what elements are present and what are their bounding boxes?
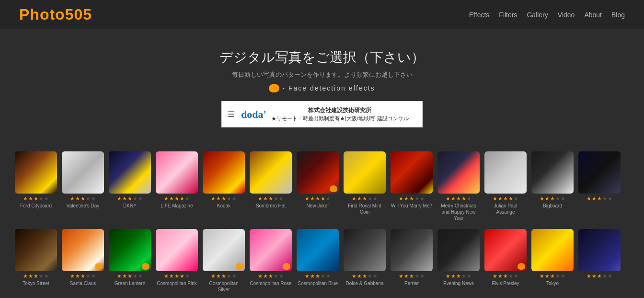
list-item[interactable]: ★★★★★Evening News — [437, 229, 480, 293]
list-item[interactable]: ★★★★★Kodak — [202, 151, 245, 221]
rating-stars: ★★★★★ — [446, 195, 472, 202]
list-item[interactable]: ★★★★★Santa Claus — [61, 229, 104, 293]
list-item[interactable]: ★★★★★New Joker — [296, 151, 339, 221]
logo-number: 505 — [65, 6, 92, 23]
nav-effects[interactable]: Effects — [469, 11, 490, 19]
gallery-item-label: Kodak — [217, 203, 230, 209]
rating-stars: ★★★★★ — [211, 195, 237, 202]
pumpkin-overlay-icon — [330, 185, 337, 192]
list-item[interactable]: ★★★★★Ford Cityboard — [14, 151, 58, 221]
nav-blog[interactable]: Blog — [611, 11, 625, 19]
gallery-item-label: Evening News — [443, 280, 474, 287]
list-item[interactable]: ★★★★★ — [578, 229, 621, 293]
list-item[interactable]: ★★★★★First Royal Mint Coin — [343, 151, 386, 221]
gallery-thumb — [156, 151, 198, 194]
star-icon: ★ — [446, 195, 450, 202]
star-icon: ★ — [133, 195, 138, 202]
list-item[interactable]: ★★★★★Cosmopolitan Blue — [296, 229, 339, 293]
gallery-thumb — [484, 229, 527, 271]
rating-stars: ★★★★★ — [493, 195, 518, 202]
nav-about[interactable]: About — [584, 11, 602, 19]
star-icon: ★ — [555, 195, 560, 202]
star-icon: ★ — [75, 195, 80, 202]
star-icon: ★ — [263, 273, 268, 279]
rating-stars: ★★★★★ — [117, 273, 143, 279]
star-icon: ★ — [39, 195, 44, 202]
hero-subtitle: 毎日新しい写真のパターンを作ります。より頻繁にお越し下さい — [10, 70, 634, 79]
list-item[interactable]: ★★★★★Tokyo — [531, 229, 574, 293]
gallery-thumb — [15, 229, 57, 271]
star-icon: ★ — [34, 195, 38, 202]
star-icon: ★ — [451, 195, 456, 202]
star-icon: ★ — [420, 195, 425, 202]
gallery-item-label: DKNY — [123, 203, 137, 209]
rating-stars: ★★★★★ — [399, 273, 425, 279]
star-icon: ★ — [602, 195, 607, 202]
ad-banner[interactable]: ☰ doda' 株式会社建設技術研究所 ★リモート：時差出勤制度有★[大阪/地域… — [221, 101, 423, 127]
gallery-thumb — [203, 151, 245, 194]
nav-video[interactable]: Video — [558, 11, 575, 19]
gallery-thumb — [62, 151, 104, 194]
list-item[interactable]: ★★★★★Julian Paul Assange — [484, 151, 527, 221]
list-item[interactable]: ★★★★★Sombrero Hat — [249, 151, 292, 221]
star-icon: ★ — [44, 195, 49, 202]
nav-filters[interactable]: Filters — [499, 11, 517, 19]
gallery-thumb — [391, 229, 433, 271]
nav-gallery[interactable]: Gallery — [527, 11, 548, 19]
star-icon: ★ — [185, 273, 190, 279]
list-item[interactable]: ★★★★★Will You Marry Me? — [390, 151, 433, 221]
star-icon: ★ — [232, 195, 237, 202]
list-item[interactable]: ★★★★★Valentine's Day — [61, 151, 104, 221]
gallery-thumb — [109, 229, 151, 271]
star-icon: ★ — [368, 195, 372, 202]
gallery-item-label: New Joker — [306, 203, 329, 209]
list-item[interactable]: ★★★★★Perrier — [390, 229, 433, 293]
list-item[interactable]: ★★★★★Elvis Presley — [484, 229, 527, 293]
gallery-thumb — [391, 151, 433, 194]
star-icon: ★ — [467, 195, 472, 202]
star-icon: ★ — [34, 273, 38, 279]
pumpkin-overlay-icon — [95, 263, 103, 270]
list-item[interactable]: ★★★★★Cosmopolitan Rose — [249, 229, 292, 293]
star-icon: ★ — [169, 195, 174, 202]
rating-stars: ★★★★★ — [305, 273, 331, 279]
star-icon: ★ — [86, 195, 91, 202]
star-icon: ★ — [545, 195, 550, 202]
rating-stars: ★★★★★ — [352, 273, 378, 279]
star-icon: ★ — [174, 195, 179, 202]
star-icon: ★ — [268, 195, 273, 202]
star-icon: ★ — [310, 273, 315, 279]
star-icon: ★ — [446, 273, 450, 279]
star-icon: ★ — [279, 273, 284, 279]
list-item[interactable]: ★★★★★ — [578, 151, 621, 221]
star-icon: ★ — [508, 195, 513, 202]
star-icon: ★ — [592, 195, 597, 202]
gallery-item-label: Tokyo — [546, 280, 559, 287]
star-icon: ★ — [117, 273, 122, 279]
list-item[interactable]: ★★★★★Cosmopolitan Silver — [202, 229, 245, 293]
star-icon: ★ — [23, 273, 28, 279]
star-icon: ★ — [461, 273, 466, 279]
list-item[interactable]: ★★★★★Tokyo Street — [14, 229, 58, 293]
hero-section: デジタル写真をご選択（下さい） 毎日新しい写真のパターンを作ります。より頻繁にお… — [0, 29, 644, 151]
gallery-item-label: Tokyo Street — [23, 280, 49, 287]
star-icon: ★ — [70, 273, 75, 279]
list-item[interactable]: ★★★★★DKNY — [108, 151, 151, 221]
star-icon: ★ — [555, 273, 560, 279]
list-item[interactable]: ★★★★★Cosmopolitan Pink — [155, 229, 198, 293]
gallery-item-label: Cosmopolitan Pink — [157, 280, 196, 287]
star-icon: ★ — [467, 273, 472, 279]
list-item[interactable]: ★★★★★Merry Christmas and Happy New Year — [437, 151, 480, 221]
list-item[interactable]: ★★★★★Green Lantern — [108, 229, 151, 293]
star-icon: ★ — [232, 273, 237, 279]
star-icon: ★ — [326, 195, 331, 202]
star-icon: ★ — [414, 273, 419, 279]
gallery-thumb — [437, 229, 480, 271]
list-item[interactable]: ★★★★★Bigboard — [531, 151, 574, 221]
star-icon: ★ — [456, 273, 461, 279]
rating-stars: ★★★★★ — [23, 195, 49, 202]
gallery-item-label: Merry Christmas and Happy New Year — [437, 203, 480, 221]
site-logo[interactable]: Photo505 — [19, 6, 92, 23]
list-item[interactable]: ★★★★★LIFE Magazine — [155, 151, 198, 221]
list-item[interactable]: ★★★★★Dolce & Gabbana — [343, 229, 386, 293]
